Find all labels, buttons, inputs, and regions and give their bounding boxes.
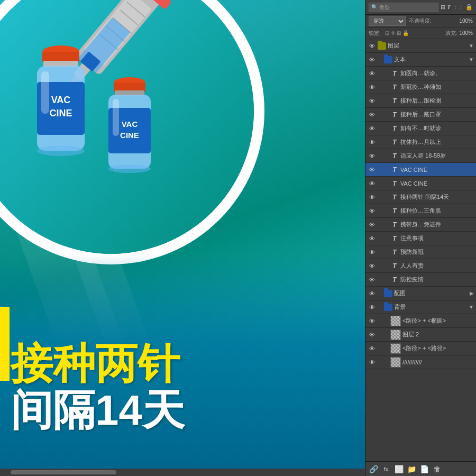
layer-item[interactable]: 👁TVAC CINE bbox=[365, 163, 476, 177]
layer-item[interactable]: 👁//////////// bbox=[365, 355, 476, 369]
layer-item[interactable]: 👁TVAC CINE bbox=[365, 177, 476, 190]
layer-name: 图层 2 bbox=[402, 331, 474, 338]
blend-mode-select[interactable]: 穿透 bbox=[369, 16, 406, 26]
layer-item[interactable]: 👁T接种两针 间隔14天 bbox=[365, 190, 476, 204]
folder-icon bbox=[384, 56, 392, 63]
layer-name: 注意事项 bbox=[400, 234, 474, 242]
lock-move-icon[interactable]: ✛ bbox=[391, 30, 395, 36]
raster-layer-thumb bbox=[390, 357, 401, 368]
eye-visibility-icon[interactable]: 👁 bbox=[368, 193, 376, 202]
layer-item[interactable]: 👁T防控疫情 bbox=[365, 273, 476, 287]
layer-name: 如有不…时就诊 bbox=[400, 124, 474, 132]
eye-visibility-icon[interactable]: 👁 bbox=[368, 317, 376, 325]
layer-item[interactable]: 👁T接种后…戴口罩 bbox=[365, 108, 476, 122]
folder-icon bbox=[384, 304, 392, 311]
layer-name: 图层 bbox=[388, 42, 466, 50]
layer-item[interactable]: 👁图层 2 bbox=[365, 328, 476, 342]
expand-arrow-icon[interactable]: ▼ bbox=[469, 57, 474, 62]
delete-icon[interactable]: 🗑 bbox=[432, 465, 442, 473]
layer-item[interactable]: 👁T如有不…时就诊 bbox=[365, 122, 476, 135]
text-layer-icon: T bbox=[390, 276, 399, 284]
fx-button[interactable]: fx bbox=[381, 466, 391, 472]
svg-text:CINE: CINE bbox=[120, 131, 139, 140]
layer-item[interactable]: 👁配图▶ bbox=[365, 287, 476, 300]
eye-visibility-icon[interactable]: 👁 bbox=[368, 97, 376, 105]
text-layer-icon: T bbox=[390, 221, 399, 229]
svg-text:VAC: VAC bbox=[122, 120, 138, 129]
lock-filter-icon[interactable]: 🔒 bbox=[465, 4, 473, 11]
canvas-scrollbar[interactable] bbox=[0, 469, 365, 476]
layer-name: VAC CINE bbox=[400, 180, 474, 187]
search-box[interactable]: 🔍 类型 bbox=[369, 3, 438, 12]
eye-visibility-icon[interactable]: 👁 bbox=[368, 248, 376, 257]
eye-visibility-icon[interactable]: 👁 bbox=[368, 56, 376, 64]
eye-visibility-icon[interactable]: 👁 bbox=[368, 166, 376, 174]
layer-item[interactable]: 👁T新冠疫…种须知 bbox=[365, 80, 476, 94]
blend-mode-row: 穿透 不透明度: 100% bbox=[365, 15, 476, 28]
lock-all-icon[interactable]: 🔒 bbox=[402, 30, 409, 36]
layer-name: 抗体持…月以上 bbox=[400, 138, 474, 146]
eye-visibility-icon[interactable]: 👁 bbox=[368, 69, 376, 78]
eye-visibility-icon[interactable]: 👁 bbox=[368, 138, 376, 147]
layer-item[interactable]: 👁T注意事项 bbox=[365, 232, 476, 245]
layer-item[interactable]: 👁T接种位…三角肌 bbox=[365, 204, 476, 218]
eye-visibility-icon[interactable]: 👁 bbox=[368, 234, 376, 243]
opacity-value: 100% bbox=[435, 18, 473, 24]
layer-name: 防控疫情 bbox=[400, 276, 474, 283]
vaccine-illustration: VAC CINE bbox=[0, 0, 254, 254]
eye-visibility-icon[interactable]: 👁 bbox=[368, 262, 376, 270]
layer-item[interactable]: 👁T携带身…凭证件 bbox=[365, 218, 476, 232]
expand-arrow-icon[interactable]: ▼ bbox=[469, 43, 474, 49]
layer-item[interactable]: 👁T预防新冠 bbox=[365, 245, 476, 259]
layer-name: VAC CINE bbox=[400, 167, 474, 173]
group-icon[interactable]: 📁 bbox=[407, 465, 416, 473]
text-layer-icon: T bbox=[390, 248, 399, 257]
eye-visibility-icon[interactable]: 👁 bbox=[368, 111, 376, 119]
bottom-line1: 接种两针 bbox=[11, 341, 365, 387]
layer-item[interactable]: 👁文本▼ bbox=[365, 53, 476, 67]
layer-item[interactable]: 👁T如医向…就诊。 bbox=[365, 67, 476, 80]
yellow-accent-bar bbox=[0, 307, 10, 381]
layer-item[interactable]: 👁T抗体持…月以上 bbox=[365, 135, 476, 149]
eye-visibility-icon[interactable]: 👁 bbox=[368, 207, 376, 215]
bottom-line2: 间隔14天 bbox=[11, 387, 365, 434]
eye-visibility-icon[interactable]: 👁 bbox=[368, 124, 376, 133]
layer-item[interactable]: 👁背景▼ bbox=[365, 300, 476, 314]
layer-item[interactable]: 👁图层▼ bbox=[365, 39, 476, 53]
eye-visibility-icon[interactable]: 👁 bbox=[368, 276, 376, 284]
lock-pixel-icon[interactable]: ⊡ bbox=[385, 30, 389, 36]
eye-visibility-icon[interactable]: 👁 bbox=[368, 344, 376, 353]
eye-visibility-icon[interactable]: 👁 bbox=[368, 358, 376, 367]
eye-visibility-icon[interactable]: 👁 bbox=[368, 179, 376, 188]
layer-item[interactable]: 👁<路径> + <椭圆> bbox=[365, 314, 476, 328]
mask-icon[interactable]: ⬜ bbox=[394, 465, 404, 473]
eye-visibility-icon[interactable]: 👁 bbox=[368, 331, 376, 339]
link-icon[interactable]: 🔗 bbox=[369, 465, 378, 473]
layer-item[interactable]: 👁T人人有责 bbox=[365, 259, 476, 273]
fill-value: 100% bbox=[459, 30, 473, 36]
layer-item[interactable]: 👁<路径> + <路径> bbox=[365, 342, 476, 355]
eye-visibility-icon[interactable]: 👁 bbox=[368, 289, 376, 298]
layer-name: 适应人群 18-59岁 bbox=[400, 152, 474, 160]
eye-visibility-icon[interactable]: 👁 bbox=[368, 303, 376, 312]
layer-item[interactable]: 👁T适应人群 18-59岁 bbox=[365, 149, 476, 163]
layers-list[interactable]: 👁图层▼👁文本▼👁T如医向…就诊。👁T新冠疫…种须知👁T接种后…跟检测👁T接种后… bbox=[365, 39, 476, 461]
layer-name: 配图 bbox=[394, 289, 467, 297]
text-filter-icon[interactable]: T bbox=[447, 4, 451, 11]
image-icon[interactable]: ⊞ bbox=[441, 4, 445, 11]
search-type-label: 类型 bbox=[379, 4, 390, 11]
eye-visibility-icon[interactable]: 👁 bbox=[368, 83, 376, 91]
lock-artboard-icon[interactable]: ⊞ bbox=[397, 30, 401, 36]
eye-visibility-icon[interactable]: 👁 bbox=[368, 42, 376, 50]
text-layer-icon: T bbox=[390, 124, 399, 133]
align-icon[interactable]: ⋮⋮ bbox=[452, 4, 464, 11]
svg-point-23 bbox=[37, 145, 85, 156]
layer-item[interactable]: 👁T接种后…跟检测 bbox=[365, 94, 476, 108]
svg-point-32 bbox=[108, 164, 151, 173]
expand-arrow-icon[interactable]: ▼ bbox=[469, 304, 474, 310]
eye-visibility-icon[interactable]: 👁 bbox=[368, 221, 376, 229]
new-layer-icon[interactable]: 📄 bbox=[419, 465, 429, 473]
eye-visibility-icon[interactable]: 👁 bbox=[368, 152, 376, 160]
expand-arrow-icon[interactable]: ▶ bbox=[470, 290, 474, 296]
scrollbar-thumb[interactable] bbox=[11, 470, 116, 474]
